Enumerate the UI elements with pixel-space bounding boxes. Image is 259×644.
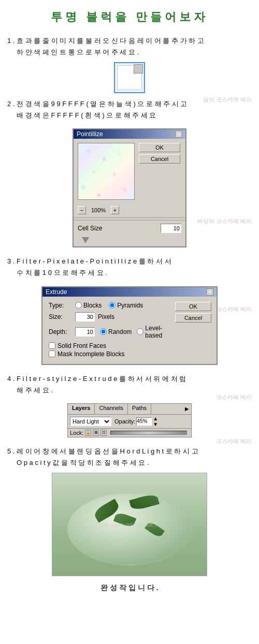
extrude-ok-button[interactable]: OK (175, 302, 211, 311)
layers-toolbar: Hard Light Opacity: ▲▼ (68, 415, 191, 429)
step5-text: 5 . 레 이 어 창 에 서 블 랜 딩 옵 선 을 H o r d L i … (7, 446, 252, 469)
tab-layers[interactable]: Layers (68, 404, 95, 414)
final-image: cafe.daum.net/hamada..... (52, 473, 207, 576)
tab-spacer (151, 404, 183, 414)
pointillize-zoom-row: − 100% + (74, 206, 185, 216)
pointillize-close-button[interactable]: ✕ (175, 130, 182, 138)
layers-panel-wrapper: Layers Channels Paths ▶ Hard Light Opaci… (7, 400, 252, 441)
extrude-random-option[interactable]: Random (100, 328, 132, 335)
layer-icon-box (114, 62, 145, 93)
extrude-blocks-option[interactable]: Blocks (75, 302, 102, 309)
pointillize-cell-size-input[interactable] (161, 224, 181, 233)
extrude-depth-input[interactable] (75, 327, 95, 336)
layers-tabs: Layers Channels Paths ▶ (68, 404, 191, 415)
extrude-dialog-wrapper: Extrude ✕ Type: Blocks Pyramids (7, 283, 252, 368)
extrude-blocks-label: Blocks (83, 302, 102, 309)
opacity-label: Opacity: (114, 418, 135, 425)
extrude-mask-label[interactable]: Mask Incomplete Blocks (49, 350, 165, 358)
extrude-level-label: Level-based (145, 325, 165, 339)
pointillize-dialog-title: Pointillize ✕ (74, 129, 185, 139)
pointillize-divider (74, 217, 185, 218)
extrude-type-row: Type: Blocks Pyramids (49, 302, 165, 309)
lock-icon-3[interactable]: ⊡ (100, 430, 107, 436)
layers-opacity-row: Opacity: ▲▼ (114, 416, 158, 427)
extrude-pyramids-radio[interactable] (109, 302, 116, 309)
pointillize-zoom-value: 100% (88, 207, 109, 213)
extrude-size-row: Size: Pixels (49, 312, 165, 321)
extrude-options: Type: Blocks Pyramids Size: (42, 297, 171, 364)
step1-text: 1 . 효 과 를 줄 이 미 지 를 불 러 오 신 다 음 레 이 어 를 … (7, 35, 252, 58)
pointillize-ok-button[interactable]: OK (139, 143, 180, 152)
completion-text: 완 성 작 입 니 다 . (7, 583, 252, 593)
extrude-size-label: Size: (49, 313, 72, 320)
layers-panel: Layers Channels Paths ▶ Hard Light Opaci… (67, 403, 192, 437)
opacity-input[interactable] (136, 417, 152, 426)
title-area: 투명 블럭을 만들어보자 (0, 0, 259, 30)
extrude-dialog-title: Extrude ✕ (42, 287, 217, 297)
extrude-mask-checkbox[interactable] (49, 350, 55, 357)
final-image-watermark: cafe.daum.net/hamada..... (52, 521, 207, 527)
layer-icon-small-square (134, 64, 143, 74)
extrude-depth-label: Depth: (49, 328, 72, 335)
extrude-depth-row: Depth: Random Level-based (49, 325, 165, 339)
extrude-type-label: Type: (49, 302, 72, 309)
extrude-size-input[interactable] (75, 312, 95, 321)
extrude-random-radio[interactable] (100, 328, 107, 335)
extrude-level-option[interactable]: Level-based (137, 325, 165, 339)
page-title: 투명 블럭을 만들어보자 (51, 10, 208, 23)
pointillize-dialog: Pointillize ✕ OK Cancel − 100% + Cell Si… (73, 128, 186, 247)
extrude-checkboxes: Solid Front Faces Mask Incomplete Blocks (49, 342, 165, 358)
layer-icon-image (7, 62, 252, 93)
extrude-dialog-body: Type: Blocks Pyramids Size: (42, 297, 217, 364)
step3-text: 3 . F i l t e r - P i x e l a t e - P o … (7, 256, 252, 279)
step4-text: 4 . F i l t e r - s t y i l z e - E x t … (7, 373, 252, 396)
extrude-dialog: Extrude ✕ Type: Blocks Pyramids (41, 286, 218, 365)
extrude-pyramids-option[interactable]: Pyramids (109, 302, 143, 309)
step2-text: 2 . 전 경 색 을 9 9 F F F F ( 옅 은 하 늘 색 ) 으 … (7, 98, 252, 121)
extrude-cancel-button[interactable]: Cancel (175, 313, 211, 323)
pointillize-dialog-body: OK Cancel (74, 139, 185, 204)
extrude-buttons: OK Cancel (175, 297, 217, 364)
main-content: 1 . 효 과 를 줄 이 미 지 를 불 러 오 신 다 음 레 이 어 를 … (0, 35, 259, 593)
pointillize-preview (78, 143, 135, 200)
pointillize-zoom-out-button[interactable]: − (78, 206, 86, 214)
pointillize-controls: OK Cancel (139, 143, 180, 200)
final-image-wrapper: cafe.daum.net/hamada..... (7, 473, 252, 576)
pointillize-zoom-in-button[interactable]: + (111, 206, 119, 214)
extrude-level-radio[interactable] (137, 328, 143, 335)
extrude-close-button[interactable]: ✕ (206, 288, 213, 296)
layers-panel-arrow[interactable]: ▶ (183, 404, 191, 414)
pointillize-triangle-area (74, 237, 185, 246)
pointillize-cell-size-label: Cell Size (78, 225, 102, 232)
lock-icon-1[interactable]: 🔒 (85, 430, 91, 436)
extrude-pyramids-label: Pyramids (117, 302, 143, 309)
blend-mode-dropdown[interactable]: Hard Light (70, 417, 111, 426)
pointillize-title-label: Pointillize (77, 130, 103, 138)
opacity-slider[interactable] (110, 431, 187, 435)
extrude-solid-front-label[interactable]: Solid Front Faces (49, 342, 165, 349)
extrude-title-label: Extrude (46, 288, 67, 296)
extrude-solid-front-checkbox[interactable] (49, 342, 55, 349)
lock-icon-2[interactable]: ⊠ (93, 430, 99, 436)
triangle-icon (82, 237, 89, 243)
extrude-pixels-label: Pixels (98, 313, 114, 320)
tab-channels[interactable]: Channels (95, 404, 127, 414)
opacity-stepper[interactable]: ▲▼ (153, 416, 158, 427)
pointillize-cancel-button[interactable]: Cancel (139, 154, 180, 164)
pointillize-cell-size-row: Cell Size (74, 220, 185, 236)
layers-lock-row: Lock: 🔒 ⊠ ⊡ (68, 429, 191, 437)
extrude-blocks-radio[interactable] (75, 302, 82, 309)
pointillize-dialog-wrapper: Pointillize ✕ OK Cancel − 100% + Cell Si… (7, 125, 252, 251)
tab-paths[interactable]: Paths (128, 404, 151, 414)
extrude-random-label: Random (108, 328, 132, 335)
lock-label: Lock: (70, 430, 83, 436)
